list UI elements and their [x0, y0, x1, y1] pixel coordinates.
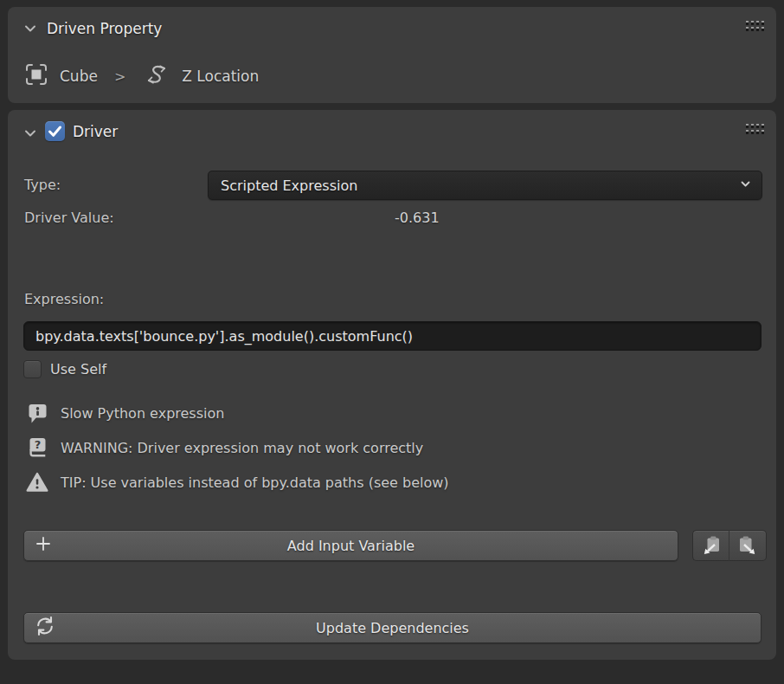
driver-panel-header[interactable]	[22, 122, 39, 145]
message-text: WARNING: Driver expression may not work …	[61, 440, 423, 456]
update-dependencies-button[interactable]: Update Dependencies	[23, 612, 762, 643]
object-data-icon	[23, 61, 49, 91]
use-self-checkbox[interactable]	[23, 360, 42, 378]
check-icon	[45, 121, 65, 141]
chevron-down-icon[interactable]	[22, 20, 39, 37]
message-row: TIP: Use variables instead of bpy.data p…	[26, 470, 449, 494]
driver-panel: Driver Type: Scripted Expression Driver …	[8, 110, 776, 660]
driver-type-dropdown[interactable]: Scripted Expression	[208, 171, 762, 200]
message-row: ? WARNING: Driver expression may not wor…	[26, 436, 423, 460]
driver-curve-icon	[142, 61, 171, 91]
expression-value: bpy.data.texts['bounce.py'].as_module().…	[35, 328, 413, 345]
add-input-variable-label: Add Input Variable	[287, 538, 414, 554]
chevron-down-icon	[739, 177, 752, 194]
clipboard-paste-icon	[736, 534, 759, 557]
use-self-row: Use Self	[23, 360, 106, 378]
use-self-label: Use Self	[50, 361, 106, 377]
panel-title: Driven Property	[47, 20, 162, 37]
warning-triangle-icon	[26, 471, 48, 494]
driven-property-header[interactable]: Driven Property	[22, 17, 162, 40]
info-bubble-icon	[26, 402, 48, 424]
driver-enabled-checkbox[interactable]	[45, 121, 65, 141]
panel-title: Driver	[73, 122, 118, 142]
breadcrumb-separator: >	[114, 68, 125, 85]
type-label: Type:	[24, 171, 61, 200]
refresh-icon	[34, 615, 56, 641]
drag-grip[interactable]	[746, 124, 764, 134]
copy-driver-variables-button[interactable]	[692, 530, 729, 561]
breadcrumb: Cube > Z Location	[23, 61, 259, 92]
expression-input[interactable]: bpy.data.texts['bounce.py'].as_module().…	[23, 321, 762, 351]
breadcrumb-property-name: Z Location	[182, 68, 259, 85]
svg-text:?: ?	[35, 438, 42, 451]
expression-label: Expression:	[24, 291, 104, 308]
driver-type-value: Scripted Expression	[221, 177, 739, 194]
paste-driver-variables-button[interactable]	[729, 530, 767, 561]
clipboard-copy-icon	[700, 534, 723, 557]
driver-value: -0.631	[395, 203, 440, 233]
drag-grip[interactable]	[746, 21, 764, 31]
add-input-variable-button[interactable]: Add Input Variable	[23, 530, 678, 561]
chevron-down-icon[interactable]	[22, 125, 39, 142]
driven-property-panel: Driven Property Cube > Z Locatio	[8, 7, 776, 103]
message-text: TIP: Use variables instead of bpy.data p…	[61, 474, 449, 491]
driver-value-label: Driver Value:	[24, 203, 114, 233]
question-book-icon: ?	[26, 436, 48, 459]
update-dependencies-label: Update Dependencies	[316, 620, 469, 636]
message-text: Slow Python expression	[61, 405, 224, 422]
plus-icon	[34, 534, 53, 557]
breadcrumb-object-name: Cube	[60, 68, 98, 85]
message-row: Slow Python expression	[26, 401, 224, 425]
